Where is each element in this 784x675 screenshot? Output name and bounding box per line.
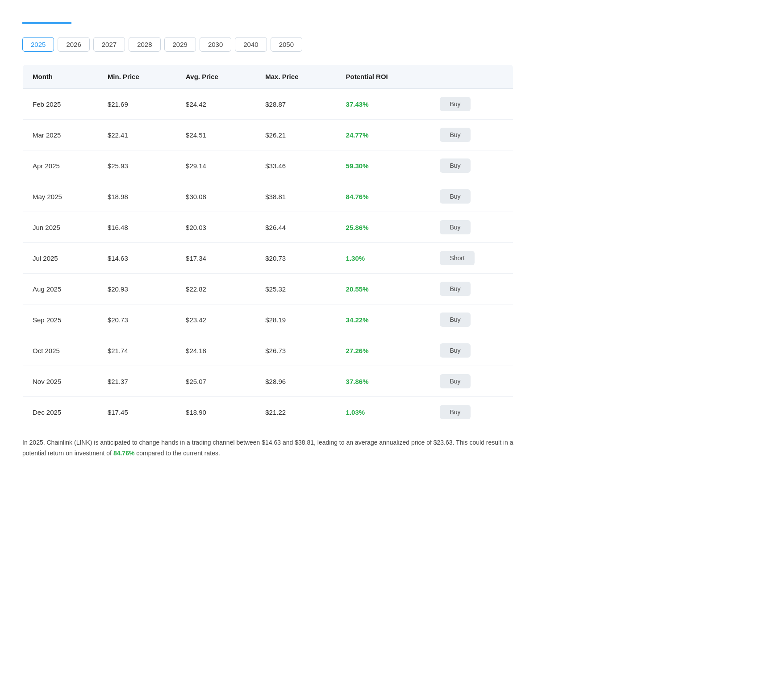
col-header-min--price: Min. Price	[98, 65, 176, 89]
month-cell: Apr 2025	[23, 150, 98, 181]
avg-price-cell: $18.90	[176, 397, 255, 428]
max-price-cell: $26.44	[255, 212, 336, 243]
year-tab-2026[interactable]: 2026	[58, 37, 89, 52]
month-cell: Jul 2025	[23, 243, 98, 274]
action-cell: Buy	[430, 397, 513, 428]
summary-text-after: compared to the current rates.	[134, 450, 220, 457]
roi-cell: 1.03%	[336, 397, 430, 428]
month-cell: Aug 2025	[23, 274, 98, 304]
table-row: May 2025$18.98$30.08$38.8184.76%Buy	[23, 181, 513, 212]
action-cell: Buy	[430, 150, 513, 181]
roi-cell: 1.30%	[336, 243, 430, 274]
min-price-cell: $17.45	[98, 397, 176, 428]
summary-text-before: In 2025, Chainlink (LINK) is anticipated…	[22, 439, 513, 457]
max-price-cell: $25.32	[255, 274, 336, 304]
col-header-max--price: Max. Price	[255, 65, 336, 89]
min-price-cell: $20.93	[98, 274, 176, 304]
roi-cell: 25.86%	[336, 212, 430, 243]
max-price-cell: $26.21	[255, 120, 336, 150]
action-cell: Buy	[430, 181, 513, 212]
buy-button[interactable]: Buy	[440, 97, 470, 111]
avg-price-cell: $30.08	[176, 181, 255, 212]
max-price-cell: $38.81	[255, 181, 336, 212]
month-cell: Jun 2025	[23, 212, 98, 243]
min-price-cell: $22.41	[98, 120, 176, 150]
roi-cell: 37.86%	[336, 366, 430, 397]
max-price-cell: $21.22	[255, 397, 336, 428]
table-row: Jun 2025$16.48$20.03$26.4425.86%Buy	[23, 212, 513, 243]
year-tab-2050[interactable]: 2050	[271, 37, 302, 52]
year-tab-2025[interactable]: 2025	[22, 37, 54, 52]
table-body: Feb 2025$21.69$24.42$28.8737.43%BuyMar 2…	[23, 89, 513, 428]
min-price-cell: $20.73	[98, 304, 176, 335]
year-tabs-container: 20252026202720282029203020402050	[22, 37, 513, 52]
month-cell: Dec 2025	[23, 397, 98, 428]
table-row: Nov 2025$21.37$25.07$28.9637.86%Buy	[23, 366, 513, 397]
avg-price-cell: $22.82	[176, 274, 255, 304]
max-price-cell: $33.46	[255, 150, 336, 181]
title-underline	[22, 22, 71, 24]
min-price-cell: $21.37	[98, 366, 176, 397]
table-header: MonthMin. PriceAvg. PriceMax. PricePoten…	[23, 65, 513, 89]
month-cell: Nov 2025	[23, 366, 98, 397]
buy-button[interactable]: Buy	[440, 312, 470, 327]
table-row: Dec 2025$17.45$18.90$21.221.03%Buy	[23, 397, 513, 428]
avg-price-cell: $24.18	[176, 335, 255, 366]
year-tab-2040[interactable]: 2040	[235, 37, 267, 52]
buy-button[interactable]: Buy	[440, 374, 470, 388]
month-cell: Sep 2025	[23, 304, 98, 335]
year-tab-2029[interactable]: 2029	[164, 37, 196, 52]
roi-cell: 84.76%	[336, 181, 430, 212]
max-price-cell: $28.96	[255, 366, 336, 397]
min-price-cell: $21.74	[98, 335, 176, 366]
roi-cell: 34.22%	[336, 304, 430, 335]
action-cell: Buy	[430, 335, 513, 366]
year-tab-2028[interactable]: 2028	[129, 37, 160, 52]
min-price-cell: $16.48	[98, 212, 176, 243]
max-price-cell: $28.19	[255, 304, 336, 335]
table-row: Mar 2025$22.41$24.51$26.2124.77%Buy	[23, 120, 513, 150]
min-price-cell: $25.93	[98, 150, 176, 181]
col-header-action	[430, 65, 513, 89]
prediction-table: MonthMin. PriceAvg. PriceMax. PricePoten…	[22, 64, 513, 428]
month-cell: Mar 2025	[23, 120, 98, 150]
roi-cell: 24.77%	[336, 120, 430, 150]
month-cell: Oct 2025	[23, 335, 98, 366]
action-cell: Buy	[430, 366, 513, 397]
col-header-month: Month	[23, 65, 98, 89]
action-cell: Buy	[430, 212, 513, 243]
buy-button[interactable]: Buy	[440, 189, 470, 204]
buy-button[interactable]: Buy	[440, 220, 470, 234]
max-price-cell: $20.73	[255, 243, 336, 274]
table-row: Jul 2025$14.63$17.34$20.731.30%Short	[23, 243, 513, 274]
action-cell: Buy	[430, 274, 513, 304]
buy-button[interactable]: Buy	[440, 128, 470, 142]
buy-button[interactable]: Buy	[440, 405, 470, 419]
min-price-cell: $14.63	[98, 243, 176, 274]
roi-cell: 37.43%	[336, 89, 430, 120]
avg-price-cell: $29.14	[176, 150, 255, 181]
action-cell: Buy	[430, 304, 513, 335]
buy-button[interactable]: Buy	[440, 282, 470, 296]
action-cell: Buy	[430, 120, 513, 150]
table-row: Feb 2025$21.69$24.42$28.8737.43%Buy	[23, 89, 513, 120]
roi-cell: 27.26%	[336, 335, 430, 366]
max-price-cell: $26.73	[255, 335, 336, 366]
max-price-cell: $28.87	[255, 89, 336, 120]
buy-button[interactable]: Buy	[440, 343, 470, 358]
year-tab-2027[interactable]: 2027	[93, 37, 125, 52]
year-tab-2030[interactable]: 2030	[200, 37, 231, 52]
avg-price-cell: $24.51	[176, 120, 255, 150]
table-row: Apr 2025$25.93$29.14$33.4659.30%Buy	[23, 150, 513, 181]
short-button[interactable]: Short	[440, 251, 474, 265]
col-header-potential-roi: Potential ROI	[336, 65, 430, 89]
table-row: Sep 2025$20.73$23.42$28.1934.22%Buy	[23, 304, 513, 335]
min-price-cell: $18.98	[98, 181, 176, 212]
table-row: Oct 2025$21.74$24.18$26.7327.26%Buy	[23, 335, 513, 366]
avg-price-cell: $17.34	[176, 243, 255, 274]
avg-price-cell: $24.42	[176, 89, 255, 120]
summary-highlight: 84.76%	[113, 450, 134, 457]
header-row: MonthMin. PriceAvg. PriceMax. PricePoten…	[23, 65, 513, 89]
month-cell: May 2025	[23, 181, 98, 212]
buy-button[interactable]: Buy	[440, 158, 470, 173]
